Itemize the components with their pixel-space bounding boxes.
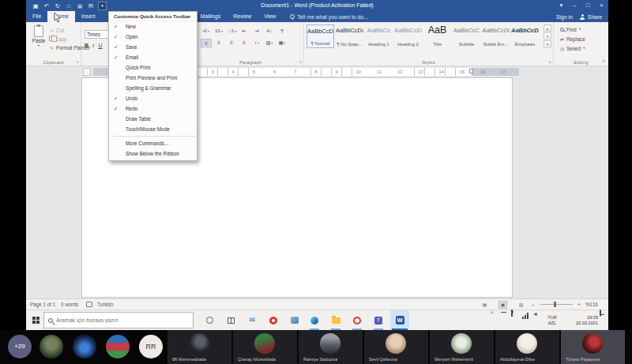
zoom-in-button[interactable]: +: [577, 299, 581, 310]
cut-button[interactable]: ✂ Cut: [49, 26, 64, 34]
teams-button[interactable]: T: [369, 310, 388, 330]
task-view-button[interactable]: [221, 310, 240, 330]
blue-app-button[interactable]: [285, 310, 304, 330]
tab-mailings[interactable]: Mailings: [194, 11, 227, 22]
qat-menu-item-print-preview[interactable]: Print Preview and Print: [109, 73, 197, 83]
qat-menu-item-draw-table[interactable]: Draw Table: [109, 114, 197, 124]
paragraph-dialog-launcher[interactable]: ↘: [299, 60, 302, 64]
style-normal[interactable]: AaBbCcDc ¶ Normal: [307, 24, 334, 48]
taskbar-search-box[interactable]: [43, 312, 194, 328]
save-icon[interactable]: ▣: [32, 2, 40, 10]
qat-menu-item-save[interactable]: ✓Save: [109, 42, 197, 52]
video-tile[interactable]: Sevil Qəfərova: [364, 330, 428, 364]
italic-button[interactable]: I: [92, 43, 94, 49]
web-layout-button[interactable]: ▥: [517, 301, 525, 309]
tab-review[interactable]: Review: [227, 11, 258, 22]
paste-dropdown-arrow[interactable]: ▾: [38, 44, 40, 47]
multilevel-list-button[interactable]: ⋮≡: [226, 27, 237, 36]
qat-menu-item-spelling[interactable]: Spelling & Grammar: [109, 83, 197, 93]
close-button[interactable]: ×: [595, 0, 608, 11]
video-tile[interactable]: Çilənay Mürsəlzadə: [233, 330, 297, 364]
paste-button[interactable]: Paste ▾: [29, 25, 48, 62]
customize-qat-button[interactable]: ▾: [98, 2, 107, 10]
qat-menu-item-show-below-ribbon[interactable]: Show Below the Ribbon: [109, 148, 197, 159]
network-tray-button[interactable]: [522, 310, 529, 330]
video-tile[interactable]: Əli Məmmədzadə: [167, 330, 231, 364]
video-tile[interactable]: Məryəm Məhərrəmli: [430, 330, 494, 364]
video-tile[interactable]: Abdullayeva Dilsə: [495, 330, 559, 364]
ribbon-display-options-icon[interactable]: ▾: [555, 0, 568, 11]
qat-menu-item-new[interactable]: ✓New: [109, 21, 197, 32]
qat-menu-item-email[interactable]: ✓Email: [109, 52, 197, 62]
bold-button[interactable]: B: [85, 43, 88, 49]
line-spacing-button[interactable]: ↕: [251, 39, 262, 47]
styles-dialog-launcher[interactable]: ↘: [548, 60, 551, 64]
initials-avatar[interactable]: RR: [139, 335, 163, 358]
edge-button[interactable]: [305, 310, 324, 330]
styles-more-button[interactable]: ▾: [544, 40, 551, 47]
undo-icon[interactable]: ↶: [43, 2, 51, 10]
share-button[interactable]: Share: [580, 14, 602, 20]
page-count-label[interactable]: Page 1 of 1: [30, 299, 55, 310]
zoom-out-button[interactable]: –: [532, 299, 535, 310]
read-mode-button[interactable]: ▤: [480, 301, 489, 309]
video-tile-active[interactable]: Türanə Paşayeva: [561, 330, 625, 364]
participant-avatar[interactable]: [73, 335, 96, 358]
mail-app-button[interactable]: ✉: [243, 310, 261, 330]
align-right-button[interactable]: ≡: [226, 39, 237, 47]
word-taskbar-button[interactable]: W: [390, 310, 409, 330]
new-document-icon[interactable]: □: [65, 2, 73, 10]
style-subtle-emphasis[interactable]: AaBbCcDi Subtle Em...: [482, 24, 510, 48]
language-label[interactable]: Turkish: [97, 299, 113, 310]
file-explorer-button[interactable]: [326, 310, 345, 330]
underline-button[interactable]: U: [98, 43, 102, 49]
borders-button[interactable]: ▦: [276, 39, 288, 47]
qat-menu-item-redo[interactable]: ✓Redo: [109, 103, 197, 114]
shading-button[interactable]: ▨: [264, 39, 275, 47]
email-icon[interactable]: ✉: [87, 2, 95, 10]
align-center-button[interactable]: ≡: [213, 39, 224, 47]
style-no-spacing[interactable]: AaBbCcDc ¶ No Spac...: [336, 24, 363, 48]
action-center-button[interactable]: [600, 310, 601, 330]
zoom-slider-thumb[interactable]: [554, 302, 556, 307]
sign-in-link[interactable]: Sign in: [556, 14, 573, 20]
qat-menu-item-touch-mouse-mode[interactable]: Touch/Mouse Mode: [109, 124, 197, 134]
zoom-slider[interactable]: [540, 304, 573, 305]
tell-me-box[interactable]: Tell me what you want to do...: [290, 11, 368, 22]
show-hidden-icons-button[interactable]: ^: [491, 310, 493, 330]
tab-file[interactable]: File: [26, 11, 47, 22]
tab-home[interactable]: Home: [47, 11, 75, 22]
red-app-button[interactable]: [264, 310, 283, 330]
participant-avatar[interactable]: [106, 335, 130, 358]
tab-stop-selector[interactable]: [83, 68, 91, 76]
tab-insert[interactable]: Insert: [75, 11, 102, 22]
battery-tray-button[interactable]: [511, 310, 513, 330]
copy-button[interactable]: Copy: [49, 35, 66, 43]
bullet-list-button[interactable]: •≡: [201, 27, 212, 36]
cortana-button[interactable]: [200, 310, 219, 330]
open-icon[interactable]: ▤: [76, 2, 84, 10]
right-indent-marker[interactable]: [469, 69, 473, 73]
participant-avatar[interactable]: [40, 335, 63, 358]
clock[interactable]: 19:05 22.02.2021: [565, 310, 598, 330]
justify-button[interactable]: ≡: [239, 39, 250, 47]
clipboard-dialog-launcher[interactable]: ↘: [76, 60, 79, 64]
language-indicator[interactable]: TUR AZL: [543, 310, 562, 330]
more-participants-badge[interactable]: +29: [8, 335, 32, 358]
tab-view[interactable]: View: [258, 11, 282, 22]
minimize-button[interactable]: –: [568, 0, 581, 11]
qat-menu-item-more-commands[interactable]: More Commands...: [109, 138, 197, 148]
volume-tray-button[interactable]: ◄: [532, 310, 538, 330]
style-subtitle[interactable]: AaBbCcC Subtitle: [453, 24, 480, 48]
select-button[interactable]: ◎ Select ▾: [560, 44, 585, 52]
sort-button[interactable]: A↓: [264, 27, 275, 36]
styles-scroll-up-button[interactable]: ▴: [544, 24, 551, 32]
maximize-button[interactable]: □: [581, 0, 595, 11]
style-emphasis[interactable]: AaBbCcDi Emphasis: [511, 24, 539, 48]
zoom-percentage[interactable]: %116: [585, 299, 598, 310]
proofing-icon[interactable]: [86, 302, 92, 307]
opera-button[interactable]: [348, 310, 367, 330]
show-formatting-marks-button[interactable]: ¶: [276, 27, 288, 36]
decrease-indent-button[interactable]: ⇤: [239, 27, 250, 36]
search-input[interactable]: [56, 317, 182, 323]
